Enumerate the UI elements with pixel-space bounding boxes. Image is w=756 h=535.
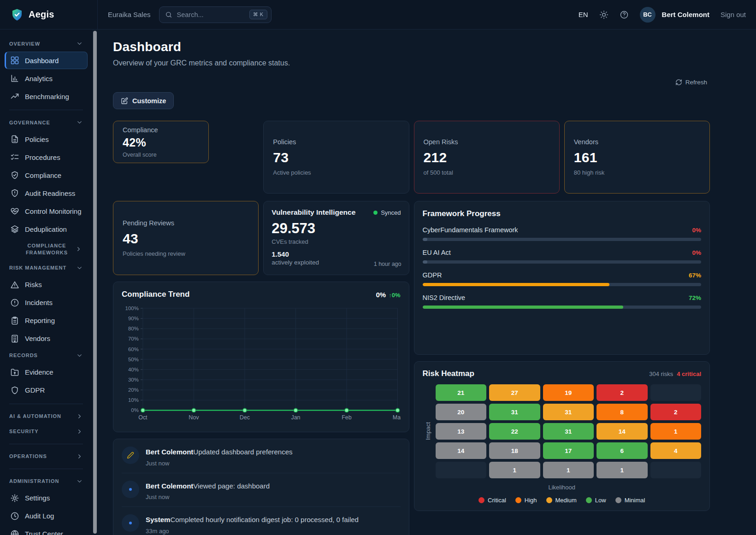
sidebar-item-evidence[interactable]: Evidence [5, 364, 88, 381]
customize-button[interactable]: Customize [113, 92, 174, 109]
refresh-button[interactable]: Refresh [673, 77, 710, 87]
heatmap-cell-r2c5[interactable]: 2 [650, 404, 702, 420]
heatmap-cell-r1c3[interactable]: 19 [543, 384, 594, 401]
search-input[interactable] [176, 11, 246, 19]
sidebar-item-analytics[interactable]: Analytics [5, 70, 88, 87]
activity-item[interactable]: SystemCompleted hourly notification dige… [122, 507, 401, 535]
sidebar-section-label: Operations [9, 453, 47, 459]
framework-progress-gdpr[interactable]: GDPR67% [423, 271, 702, 286]
sidebar-item-control-monitoring[interactable]: Control Monitoring [5, 202, 88, 220]
sidebar-item-audit-log[interactable]: Audit Log [5, 507, 88, 525]
sidebar-item-dashboard[interactable]: Dashboard [5, 52, 88, 69]
help-icon[interactable] [620, 10, 629, 19]
framework-progressbar [423, 306, 702, 309]
sidebar-item-trust-center[interactable]: Trust Center [5, 525, 88, 535]
sidebar-item-procedures[interactable]: Procedures [5, 148, 88, 166]
activity-item[interactable]: Bert ColemontViewed page: dashboardJust … [122, 473, 401, 507]
heatmap-cell-r5c2[interactable]: 1 [489, 462, 540, 478]
sidebar-item-gdpr[interactable]: GDPR [5, 382, 88, 399]
kpi-card-policies[interactable]: Policies73Active policies [263, 121, 409, 194]
sidebar-section-compliance-frameworks[interactable]: Compliance Frameworks [5, 238, 88, 260]
activity-text: Bert ColemontUpdated dashboard preferenc… [146, 447, 293, 457]
pencil-icon [127, 452, 134, 459]
cve-count: 29.573 [272, 220, 401, 237]
kpi-value: 161 [574, 150, 700, 165]
kpi-card-open-risks[interactable]: Open Risks212of 500 total [414, 121, 560, 194]
pending-reviews-card[interactable]: Pending Reviews 43 Policies needing revi… [113, 201, 259, 275]
shield-icon [10, 386, 19, 395]
framework-percent: 72% [689, 294, 701, 301]
heatmap-cell-r3c5[interactable]: 1 [650, 423, 702, 440]
sidebar-item-benchmarking[interactable]: Benchmarking [5, 88, 88, 105]
framework-progress-nis2-directive[interactable]: NIS2 Directive72% [423, 294, 702, 309]
heatmap-cell-r2c4[interactable]: 8 [597, 404, 648, 420]
kpi-card-vendors[interactable]: Vendors16180 high risk [564, 121, 710, 194]
sun-icon[interactable] [599, 10, 608, 19]
sidebar-item-reporting[interactable]: Reporting [5, 312, 88, 329]
language-switcher[interactable]: EN [579, 11, 588, 18]
heatmap-cell-r5c3[interactable]: 1 [543, 462, 594, 478]
heatmap-cell-r2c1[interactable]: 20 [436, 404, 487, 420]
compliance-trend-panel: Compliance Trend 0% ↑0% 100%90%80%70%60%… [113, 282, 409, 432]
heatmap-cell-r5c4[interactable]: 1 [597, 462, 648, 478]
framework-row: EU AI Act0% [423, 249, 702, 256]
kpi-card-compliance[interactable]: Compliance42%Overall score [113, 121, 209, 163]
heatmap-cell-r1c1[interactable]: 21 [436, 384, 487, 401]
page-title: Dashboard [113, 40, 710, 54]
signout-link[interactable]: Sign out [721, 11, 746, 18]
heatmap-cell-r3c4[interactable]: 14 [597, 423, 648, 440]
heatmap-cell-r4c3[interactable]: 17 [543, 442, 594, 459]
likelihood-axis-label: Likelihood [423, 484, 702, 491]
sidebar-scrollbar[interactable] [92, 29, 98, 535]
kpi-value: 212 [424, 150, 550, 165]
legend-label: Critical [488, 497, 506, 504]
heatmap-cell-r4c5[interactable]: 4 [650, 442, 702, 459]
heatmap-cell-r4c1[interactable]: 14 [436, 442, 487, 459]
chevron-right-icon [76, 453, 83, 460]
sidebar-section-security[interactable]: Security [5, 424, 88, 439]
scrollbar-thumb[interactable] [93, 31, 97, 534]
sidebar-item-incidents[interactable]: Incidents [5, 294, 88, 312]
activity-item[interactable]: Bert ColemontUpdated dashboard preferenc… [122, 439, 401, 473]
heatmap-cell-r2c2[interactable]: 31 [489, 404, 540, 420]
heatmap-cell-r3c1[interactable]: 13 [436, 423, 487, 440]
framework-progress-eu-ai-act[interactable]: EU AI Act0% [423, 249, 702, 264]
sidebar-item-compliance[interactable]: Compliance [5, 166, 88, 184]
framework-row: NIS2 Directive72% [423, 294, 702, 301]
heatmap-cell-r1c4[interactable]: 2 [597, 384, 648, 401]
framework-progress-title: Framework Progress [423, 209, 702, 218]
avatar[interactable]: BC [640, 7, 656, 23]
sidebar-item-label: Settings [25, 494, 50, 502]
framework-row: GDPR67% [423, 271, 702, 279]
legend-dot-critical [478, 497, 484, 503]
heatmap-cell-r4c4[interactable]: 6 [597, 442, 648, 459]
sidebar-item-settings[interactable]: Settings [5, 489, 88, 507]
search-box[interactable]: ⌘ K [159, 6, 272, 23]
svg-text:80%: 80% [128, 326, 139, 331]
sidebar-item-label: Vendors [25, 335, 50, 342]
sidebar-item-risks[interactable]: Risks [5, 276, 88, 294]
sidebar-section-governance[interactable]: Governance [5, 115, 88, 130]
sidebar-item-deduplication[interactable]: Deduplication [5, 220, 88, 238]
sidebar-item-policies[interactable]: Policies [5, 130, 88, 148]
heatmap-cell-r3c2[interactable]: 22 [489, 423, 540, 440]
vulnerability-intelligence-card[interactable]: Vulnerability Intelligence Synced 29.573… [263, 201, 409, 275]
activity-actor: Bert Colemont [146, 482, 193, 490]
sidebar-section-overview[interactable]: Overview [5, 36, 88, 51]
svg-text:0%: 0% [131, 407, 139, 413]
sidebar-section-administration[interactable]: Administration [5, 474, 88, 489]
heatmap-cell-r2c3[interactable]: 31 [543, 404, 594, 420]
user-name: Bert Colemont [662, 11, 709, 18]
heatmap-cell-r4c2[interactable]: 18 [489, 442, 540, 459]
sidebar-section-operations[interactable]: Operations [5, 449, 88, 464]
sidebar-section-ai-automation[interactable]: AI & Automation [5, 409, 88, 424]
heatmap-cell-r1c5 [650, 384, 702, 401]
heatmap-cell-r3c3[interactable]: 31 [543, 423, 594, 440]
sidebar-item-label: Benchmarking [25, 93, 69, 100]
framework-progress-cyberfundamentals-framework[interactable]: CyberFundamentals Framework0% [423, 226, 702, 241]
sidebar-section-records[interactable]: Records [5, 348, 88, 363]
sidebar-section-risk-management[interactable]: Risk Management [5, 260, 88, 276]
sidebar-item-vendors[interactable]: Vendors [5, 330, 88, 347]
sidebar-item-audit-readiness[interactable]: Audit Readiness [5, 184, 88, 202]
heatmap-cell-r1c2[interactable]: 27 [489, 384, 540, 401]
